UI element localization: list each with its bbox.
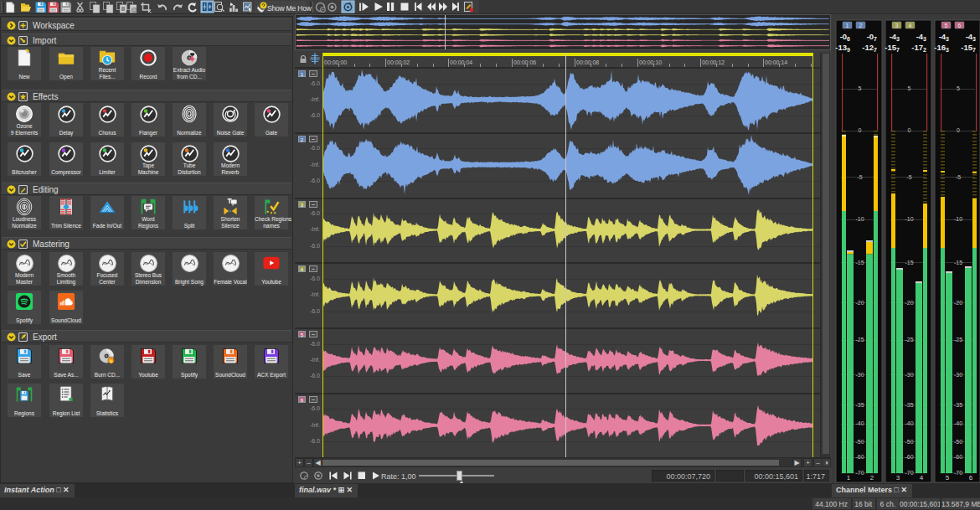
svg-text:-15: -15 <box>855 260 864 265</box>
svg-text:-172: -172 <box>911 43 926 53</box>
svg-text:-43: -43 <box>966 32 976 42</box>
svg-text:5: 5 <box>908 85 911 91</box>
svg-text:-60: -60 <box>954 454 962 460</box>
svg-text:-35: -35 <box>855 402 864 408</box>
svg-text:-60: -60 <box>855 454 864 460</box>
svg-text:-20: -20 <box>905 300 913 306</box>
svg-text:-06: -06 <box>840 32 850 42</box>
svg-text:-43: -43 <box>916 32 926 42</box>
svg-text:-139: -139 <box>835 43 850 53</box>
svg-text:1: 1 <box>846 23 849 28</box>
svg-text:-50: -50 <box>855 439 864 445</box>
svg-text:-5: -5 <box>857 174 862 180</box>
svg-text:2: 2 <box>859 23 863 28</box>
svg-text:-40: -40 <box>905 420 913 426</box>
svg-text:3: 3 <box>896 474 900 482</box>
svg-text:-10: -10 <box>855 216 864 222</box>
svg-text:-70: -70 <box>954 470 962 476</box>
svg-text:-30: -30 <box>954 372 962 378</box>
svg-text:-127: -127 <box>862 43 877 53</box>
svg-text:-60: -60 <box>905 454 913 460</box>
svg-text:6: 6 <box>969 474 973 482</box>
svg-text:-40: -40 <box>855 420 864 426</box>
svg-text:0: 0 <box>908 127 911 133</box>
svg-text:4: 4 <box>920 474 924 482</box>
svg-text:0: 0 <box>859 127 862 133</box>
svg-text:5: 5 <box>946 474 950 482</box>
svg-text:-07: -07 <box>867 32 877 42</box>
svg-text:-25: -25 <box>855 337 864 343</box>
svg-text:-50: -50 <box>905 439 913 445</box>
svg-text:-50: -50 <box>954 439 962 445</box>
svg-text:-163: -163 <box>934 43 949 53</box>
svg-text:-20: -20 <box>954 300 962 306</box>
svg-text:-30: -30 <box>905 372 913 378</box>
svg-text:-5: -5 <box>956 174 961 180</box>
svg-text:5: 5 <box>945 23 948 28</box>
svg-text:-25: -25 <box>905 337 913 343</box>
svg-text:-40: -40 <box>954 420 962 426</box>
svg-text:4: 4 <box>909 23 912 28</box>
svg-text:-70: -70 <box>855 470 864 476</box>
svg-text:-5: -5 <box>906 174 911 180</box>
svg-text:-157: -157 <box>961 43 976 53</box>
svg-text:-35: -35 <box>954 402 962 408</box>
svg-text:-70: -70 <box>905 470 913 476</box>
svg-text:-25: -25 <box>954 337 962 343</box>
svg-text:-10: -10 <box>905 216 913 222</box>
svg-text:-43: -43 <box>939 32 949 42</box>
svg-text:-30: -30 <box>855 372 864 378</box>
svg-text:5: 5 <box>859 85 862 91</box>
svg-text:3: 3 <box>895 23 899 28</box>
svg-text:2: 2 <box>870 474 874 482</box>
svg-text:-35: -35 <box>905 402 913 408</box>
svg-text:5: 5 <box>957 85 960 91</box>
svg-text:-15: -15 <box>954 260 962 265</box>
svg-text:0: 0 <box>957 127 960 133</box>
svg-text:6: 6 <box>958 23 962 28</box>
svg-text:-15: -15 <box>905 260 913 265</box>
svg-text:-43: -43 <box>890 32 900 42</box>
svg-text:-157: -157 <box>885 43 900 53</box>
svg-text:1: 1 <box>847 474 851 482</box>
svg-text:-10: -10 <box>954 216 962 222</box>
svg-text:-20: -20 <box>855 300 864 306</box>
